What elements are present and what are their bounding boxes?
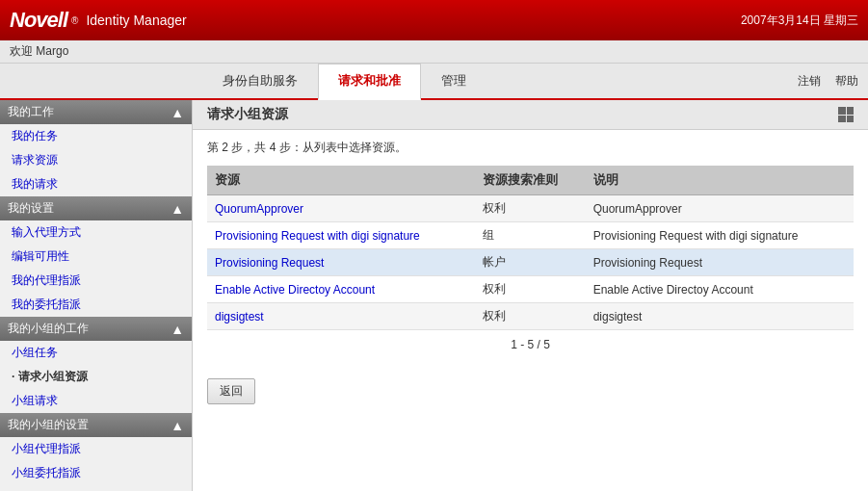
sidebar-item-request-team-resource[interactable]: 请求小组资源: [0, 365, 192, 389]
resource-cell: digsigtest: [207, 303, 475, 330]
logout-link[interactable]: 注销: [798, 73, 821, 90]
sidebar-section-header-my-settings: 我的设置 ▲: [0, 196, 192, 220]
sidebar-section-team-work: 我的小组的工作 ▲ 小组任务 请求小组资源 小组请求: [0, 317, 192, 413]
main-layout: 我的工作 ▲ 我的任务 请求资源 我的请求 我的设置 ▲ 输入代理方式 编辑可用…: [0, 100, 868, 491]
content-title: 请求小组资源: [207, 106, 288, 123]
welcome-bar: 欢迎 Margo: [0, 40, 868, 64]
tab-self-service[interactable]: 身份自助服务: [202, 64, 318, 98]
pagination: 1 - 5 / 5: [207, 330, 854, 359]
collapse-icon-team-settings[interactable]: ▲: [171, 418, 184, 433]
sidebar-item-availability[interactable]: 编辑可用性: [0, 245, 192, 269]
col-header-description: 说明: [586, 166, 854, 195]
content-area: 请求小组资源 第 2 步，共 4 步：从列表中选择资源。 资源 资源搜索准则 说…: [193, 100, 868, 491]
sidebar-section-header-team-settings: 我的小组的设置 ▲: [0, 413, 192, 437]
search-criteria-cell: 权利: [475, 195, 585, 222]
header-date: 2007年3月14日 星期三: [741, 13, 858, 29]
search-criteria-cell: 帐户: [475, 249, 585, 276]
table-row: QuorumApprover权利QuorumApprover: [207, 195, 854, 222]
logo-reg: ®: [71, 15, 78, 26]
description-cell: Enable Active Directoy Account: [586, 276, 854, 303]
resource-cell: Provisioning Request: [207, 249, 475, 276]
sidebar-section-title-my-work: 我的工作: [8, 104, 54, 120]
sidebar-item-team-proxy[interactable]: 小组委托指派: [0, 461, 192, 485]
resource-link[interactable]: QuorumApprover: [215, 202, 303, 216]
logo-text: Identity Manager: [86, 13, 186, 28]
step-text: 第 2 步，共 4 步：从列表中选择资源。: [207, 140, 854, 156]
sidebar-item-team-requests[interactable]: 小组请求: [0, 389, 192, 413]
col-header-search-criteria: 资源搜索准则: [475, 166, 585, 195]
header: Novell ® Identity Manager 2007年3月14日 星期三: [0, 0, 868, 40]
sidebar-item-my-tasks[interactable]: 我的任务: [0, 124, 192, 148]
description-cell: Provisioning Request: [586, 249, 854, 276]
help-link[interactable]: 帮助: [835, 73, 858, 90]
content-body: 第 2 步，共 4 步：从列表中选择资源。 资源 资源搜索准则 说明 Quoru…: [193, 130, 868, 369]
welcome-label: 欢迎: [10, 44, 33, 58]
content-header: 请求小组资源: [193, 100, 868, 130]
table-row: Provisioning Request帐户Provisioning Reque…: [207, 249, 854, 276]
resource-link[interactable]: Provisioning Request with digi signature: [215, 229, 420, 243]
sidebar-section-my-settings: 我的设置 ▲ 输入代理方式 编辑可用性 我的代理指派 我的委托指派: [0, 196, 192, 317]
search-criteria-cell: 权利: [475, 276, 585, 303]
resource-table: 资源 资源搜索准则 说明 QuorumApprover权利QuorumAppro…: [207, 166, 854, 330]
table-row: digsigtest权利digsigtest: [207, 303, 854, 330]
resource-cell: Enable Active Directoy Account: [207, 276, 475, 303]
sidebar-section-header-my-work: 我的工作 ▲: [0, 100, 192, 124]
sidebar-section-my-work: 我的工作 ▲ 我的任务 请求资源 我的请求: [0, 100, 192, 196]
sidebar-section-title-my-settings: 我的设置: [8, 200, 54, 217]
description-cell: QuorumApprover: [586, 195, 854, 222]
table-header-row: 资源 资源搜索准则 说明: [207, 166, 854, 195]
resource-link[interactable]: Provisioning Request: [215, 256, 324, 270]
search-criteria-cell: 组: [475, 222, 585, 249]
table-row: Enable Active Directoy Account权利Enable A…: [207, 276, 854, 303]
welcome-user: Margo: [36, 44, 68, 58]
sidebar-section-team-settings: 我的小组的设置 ▲ 小组代理指派 小组委托指派 小组可用性: [0, 413, 192, 491]
tab-admin[interactable]: 管理: [421, 64, 487, 98]
sidebar-item-my-requests[interactable]: 我的请求: [0, 172, 192, 196]
logo-area: Novell ® Identity Manager: [10, 8, 187, 33]
sidebar-item-request-resource[interactable]: 请求资源: [0, 148, 192, 172]
description-cell: Provisioning Request with digi signature: [586, 222, 854, 249]
grid-icon: [838, 107, 854, 122]
sidebar-section-header-team-work: 我的小组的工作 ▲: [0, 317, 192, 341]
resource-cell: Provisioning Request with digi signature: [207, 222, 475, 249]
sidebar-section-title-team-settings: 我的小组的设置: [8, 417, 89, 433]
resource-link[interactable]: digsigtest: [215, 310, 264, 323]
col-header-resource: 资源: [207, 166, 475, 195]
back-button-area: 返回: [193, 369, 868, 414]
collapse-icon-team-work[interactable]: ▲: [171, 322, 184, 337]
collapse-icon-my-work[interactable]: ▲: [171, 105, 184, 120]
table-row: Provisioning Request with digi signature…: [207, 222, 854, 249]
description-cell: digsigtest: [586, 303, 854, 330]
search-criteria-cell: 权利: [475, 303, 585, 330]
sidebar-item-team-tasks[interactable]: 小组任务: [0, 341, 192, 365]
navbar: 身份自助服务 请求和批准 管理 注销 帮助: [0, 64, 868, 100]
logo-novell: Novell: [10, 8, 67, 33]
back-button[interactable]: 返回: [207, 378, 255, 404]
sidebar-item-delegate-mode[interactable]: 输入代理方式: [0, 220, 192, 245]
sidebar-item-team-delegate[interactable]: 小组代理指派: [0, 437, 192, 461]
resource-cell: QuorumApprover: [207, 195, 475, 222]
tab-requests-approvals[interactable]: 请求和批准: [318, 64, 421, 100]
sidebar-item-my-proxies[interactable]: 我的委托指派: [0, 293, 192, 317]
sidebar-item-team-availability[interactable]: 小组可用性: [0, 485, 192, 491]
collapse-icon-my-settings[interactable]: ▲: [171, 201, 184, 217]
nav-right: 注销 帮助: [798, 64, 868, 98]
sidebar-section-title-team-work: 我的小组的工作: [8, 321, 89, 337]
sidebar: 我的工作 ▲ 我的任务 请求资源 我的请求 我的设置 ▲ 输入代理方式 编辑可用…: [0, 100, 193, 491]
sidebar-item-my-delegates[interactable]: 我的代理指派: [0, 269, 192, 293]
resource-link[interactable]: Enable Active Directoy Account: [215, 283, 375, 297]
